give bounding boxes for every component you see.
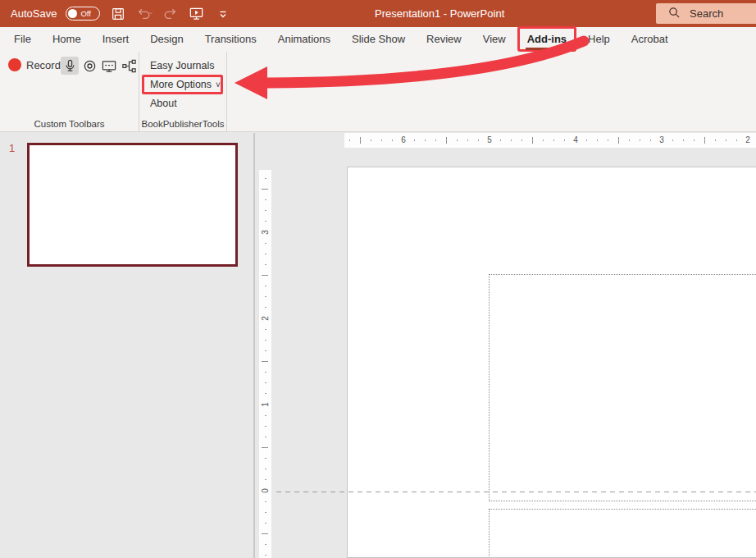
- screen-recording-icon[interactable]: [100, 57, 118, 75]
- powerpoint-window: AutoSave Off: [0, 0, 756, 558]
- ruler-number: 2: [260, 313, 271, 325]
- menu-tab[interactable]: Review: [416, 27, 472, 52]
- slide-number: 1: [9, 142, 15, 154]
- menu-tab[interactable]: Animations: [267, 27, 341, 52]
- search-box[interactable]: Search: [656, 3, 756, 24]
- ruler-number: 6: [398, 135, 408, 146]
- ribbon-menu-item[interactable]: About: [139, 94, 226, 112]
- ruler-number: 4: [571, 135, 581, 146]
- ruler-number: 0: [260, 485, 271, 497]
- ribbon: Record: [0, 52, 756, 132]
- ruler-number: 1: [260, 399, 271, 411]
- vertical-ruler: 3210: [259, 170, 271, 558]
- slide-editing-canvas: 65432 3210 Cli: [257, 133, 756, 558]
- record-button[interactable]: Record: [8, 58, 61, 71]
- undo-icon[interactable]: [135, 5, 153, 22]
- search-label: Search: [690, 7, 723, 20]
- autosave-toggle[interactable]: Off: [66, 7, 100, 21]
- start-slideshow-icon[interactable]: [188, 5, 205, 22]
- menu-tab[interactable]: Slide Show: [341, 27, 416, 52]
- save-icon[interactable]: [109, 5, 126, 22]
- autosave-state-label: Off: [80, 9, 91, 18]
- menu-tab[interactable]: Home: [42, 27, 92, 52]
- customize-quick-access-toolbar-icon[interactable]: [214, 5, 231, 22]
- menu-tab[interactable]: Transitions: [194, 27, 267, 52]
- autosave-label: AutoSave: [11, 7, 57, 20]
- group-label-custom-toolbars: Custom Toolbars: [0, 119, 139, 129]
- menu-tab[interactable]: Insert: [92, 27, 140, 52]
- record-label: Record: [26, 59, 61, 71]
- menu-tab[interactable]: File: [3, 27, 42, 52]
- menu-tab[interactable]: Help: [577, 27, 621, 52]
- microphone-icon[interactable]: [61, 57, 79, 75]
- ruler-number: 3: [260, 226, 271, 239]
- group-label-bookpublishertools: BookPublisherTools: [139, 119, 226, 129]
- ribbon-tab-bar: FileHomeInsertDesignTransitionsAnimation…: [0, 27, 756, 52]
- redo-icon[interactable]: [162, 5, 179, 22]
- ribbon-menu-item-label: Easy Journals: [150, 60, 215, 71]
- addin-menu-items: Easy Journals More Options˅ About: [139, 57, 226, 113]
- record-dot-icon: [8, 58, 21, 71]
- ribbon-group-custom-toolbars: Record: [0, 52, 139, 132]
- title-placeholder[interactable]: Cli: [489, 274, 756, 501]
- record-toolbar-icons: [61, 57, 138, 75]
- ribbon-group-bookpublishertools: Easy Journals More Options˅ About BookPu…: [139, 52, 227, 132]
- ruler-number: 5: [485, 135, 494, 146]
- record-target-icon[interactable]: [80, 57, 98, 75]
- menu-tab[interactable]: View: [472, 27, 517, 52]
- menu-tab[interactable]: Acrobat: [621, 27, 679, 52]
- autosave-toggle-knob: [68, 9, 77, 18]
- quick-access-toolbar: AutoSave Off: [0, 5, 231, 22]
- horizontal-guide-line: [276, 492, 756, 492]
- title-bar: AutoSave Off: [0, 0, 756, 27]
- window-title: Presentation1 - PowerPoint: [375, 0, 504, 27]
- ribbon-menu-item-label: More Options: [150, 79, 212, 90]
- ribbon-menu-item-label: About: [150, 98, 177, 109]
- search-icon: [668, 7, 681, 21]
- flowchart-icon[interactable]: [120, 57, 138, 75]
- ribbon-menu-item[interactable]: More Options˅: [139, 75, 226, 94]
- chevron-down-icon: ˅: [216, 80, 221, 89]
- workspace: 1 65432 3210 Cli: [0, 133, 756, 558]
- ruler-number: 2: [743, 135, 753, 146]
- menu-tab[interactable]: Add-ins: [517, 27, 577, 52]
- ruler-number: 3: [657, 135, 667, 146]
- slide-thumbnail-panel: 1: [0, 133, 255, 558]
- slide-thumbnail[interactable]: [27, 143, 238, 267]
- menu-tab[interactable]: Design: [139, 27, 194, 52]
- ribbon-menu-item[interactable]: Easy Journals: [139, 57, 226, 75]
- horizontal-ruler: 65432: [344, 133, 756, 148]
- subtitle-placeholder[interactable]: [489, 509, 756, 558]
- slide-editing-area[interactable]: Cli: [347, 167, 756, 558]
